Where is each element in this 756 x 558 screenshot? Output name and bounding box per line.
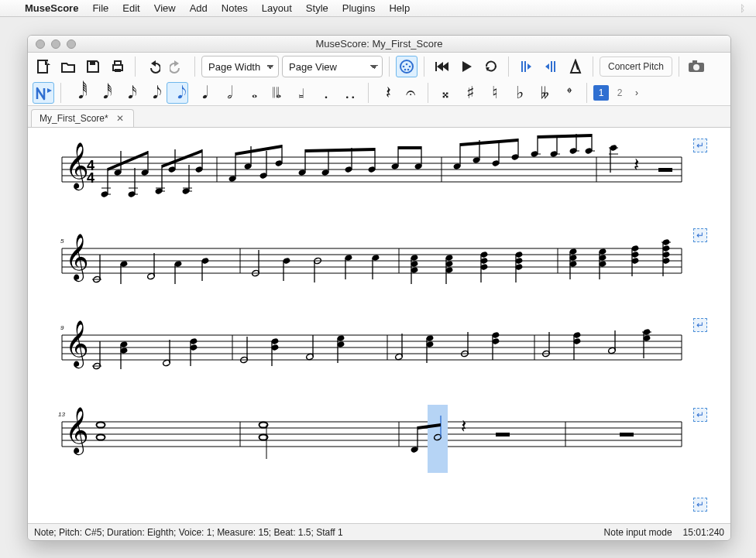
- voice-2[interactable]: 2: [612, 85, 627, 101]
- view-select[interactable]: Page View: [282, 56, 383, 77]
- menu-plugins[interactable]: Plugins: [342, 2, 376, 14]
- window-zoom[interactable]: [67, 39, 76, 49]
- duration-32nd[interactable]: 𝅘𝅥𝅰: [92, 82, 114, 104]
- redo-button[interactable]: [167, 56, 188, 77]
- voice-1[interactable]: 1: [593, 85, 609, 101]
- svg-point-12: [409, 66, 411, 68]
- svg-marker-52: [108, 151, 148, 171]
- menu-style[interactable]: Style: [306, 2, 328, 14]
- svg-text:𝄽: 𝄽: [634, 159, 639, 170]
- rewind-button[interactable]: [431, 56, 452, 77]
- new-score-button[interactable]: ★: [33, 56, 54, 77]
- flip-button[interactable]: 𝄌: [558, 82, 580, 104]
- duration-8th-selected[interactable]: 𝅘𝅥𝅮: [167, 82, 188, 104]
- duration-whole[interactable]: 𝅝: [241, 82, 263, 104]
- svg-marker-16: [437, 62, 443, 71]
- svg-rect-6: [115, 69, 121, 72]
- tab-score[interactable]: My_First_Score* ✕: [31, 109, 134, 127]
- window-close[interactable]: [36, 39, 45, 49]
- flat-button[interactable]: ♭: [509, 82, 531, 104]
- status-mode: Note input mode: [604, 527, 672, 538]
- open-button[interactable]: [57, 56, 79, 77]
- duration-8th[interactable]: 𝅘𝅥𝅮: [142, 82, 163, 104]
- app-window: MuseScore: My_First_Score ★: [27, 35, 731, 541]
- rest-button[interactable]: 𝄽: [375, 82, 397, 104]
- system-break-icon: ↵: [693, 408, 707, 422]
- svg-marker-61: [162, 149, 202, 168]
- loop-out-button[interactable]: [540, 56, 562, 77]
- svg-rect-20: [521, 61, 523, 72]
- mac-menubar: MuseScore File Edit View Add Notes Layou…: [0, 0, 756, 17]
- svg-marker-7: [151, 60, 156, 67]
- loop-button[interactable]: [480, 56, 502, 77]
- svg-marker-31: [47, 88, 52, 93]
- play-button[interactable]: [455, 56, 477, 77]
- svg-rect-30: [692, 60, 697, 63]
- menu-add[interactable]: Add: [190, 2, 208, 14]
- image-capture-button[interactable]: [686, 56, 707, 77]
- window-minimize[interactable]: [51, 39, 60, 49]
- svg-rect-97: [658, 168, 672, 172]
- duration-64th[interactable]: 𝅘𝅥𝅱: [67, 82, 89, 104]
- system-break-icon: ↵: [693, 228, 707, 242]
- zoom-select[interactable]: Page Width: [201, 56, 279, 77]
- menubar-appname[interactable]: MuseScore: [25, 2, 78, 14]
- concert-pitch-button[interactable]: Concert Pitch: [600, 56, 672, 77]
- svg-point-29: [693, 64, 699, 70]
- save-button[interactable]: [82, 56, 104, 77]
- duration-breve[interactable]: 𝄁𝅝𝄁: [266, 82, 287, 104]
- dot-button[interactable]: .: [315, 82, 337, 104]
- duration-quarter[interactable]: 𝅘𝅥: [191, 82, 213, 104]
- svg-point-10: [403, 66, 405, 68]
- tie-button[interactable]: 𝄐: [400, 82, 421, 104]
- svg-rect-167: [428, 405, 448, 473]
- tab-label: My_First_Score*: [40, 113, 108, 124]
- measure-number: 13: [58, 411, 65, 418]
- double-dot-button[interactable]: ..: [340, 82, 362, 104]
- menu-file[interactable]: File: [92, 2, 108, 14]
- titlebar: MuseScore: My_First_Score: [28, 36, 730, 53]
- svg-marker-78: [398, 146, 421, 149]
- menu-help[interactable]: Help: [389, 2, 410, 14]
- double-sharp-button[interactable]: 𝄪: [435, 82, 456, 104]
- menu-notes[interactable]: Notes: [222, 2, 248, 14]
- sharp-button[interactable]: ♯: [459, 82, 481, 104]
- svg-marker-75: [305, 148, 375, 152]
- duration-half[interactable]: 𝅗𝅥: [216, 82, 238, 104]
- double-flat-button[interactable]: 𝄫: [534, 82, 555, 104]
- menu-layout[interactable]: Layout: [262, 2, 292, 14]
- bluetooth-icon: ᛒ: [740, 3, 745, 14]
- svg-marker-17: [442, 62, 448, 71]
- note-input-toggle[interactable]: [33, 82, 54, 104]
- svg-point-13: [404, 69, 407, 71]
- duration-longa[interactable]: 𝆷: [290, 82, 312, 104]
- menu-view[interactable]: View: [154, 2, 176, 14]
- svg-point-14: [407, 69, 410, 71]
- window-title: MuseScore: My_First_Score: [28, 38, 730, 50]
- svg-rect-173: [620, 433, 634, 436]
- status-left: Note; Pitch: C#5; Duration: Eighth; Voic…: [34, 527, 343, 538]
- loop-in-button[interactable]: [515, 56, 537, 77]
- score-svg: 𝄞 4 4: [28, 128, 730, 523]
- print-button[interactable]: [107, 56, 129, 77]
- svg-point-9: [400, 60, 413, 73]
- midi-button[interactable]: [396, 56, 418, 77]
- metronome-button[interactable]: [565, 56, 586, 77]
- status-time: 15:01:240: [683, 527, 724, 538]
- natural-button[interactable]: ♮: [484, 82, 506, 104]
- duration-16th[interactable]: 𝅘𝅥𝅯: [117, 82, 139, 104]
- svg-rect-24: [551, 61, 552, 72]
- score-canvas[interactable]: ↵ ↵ ↵ ↵ ↵ 5 9 13 𝄞: [28, 128, 730, 523]
- svg-rect-172: [496, 433, 510, 436]
- svg-marker-70: [235, 145, 282, 156]
- measure-number: 9: [60, 324, 64, 331]
- svg-marker-88: [538, 134, 592, 139]
- menu-edit[interactable]: Edit: [122, 2, 139, 14]
- tab-close-button[interactable]: ✕: [115, 114, 125, 123]
- tab-strip: My_First_Score* ✕: [28, 106, 730, 128]
- svg-point-11: [406, 63, 408, 66]
- undo-button[interactable]: [142, 56, 163, 77]
- svg-rect-21: [524, 61, 526, 72]
- voice-more[interactable]: ›: [631, 87, 643, 98]
- svg-marker-23: [545, 63, 549, 70]
